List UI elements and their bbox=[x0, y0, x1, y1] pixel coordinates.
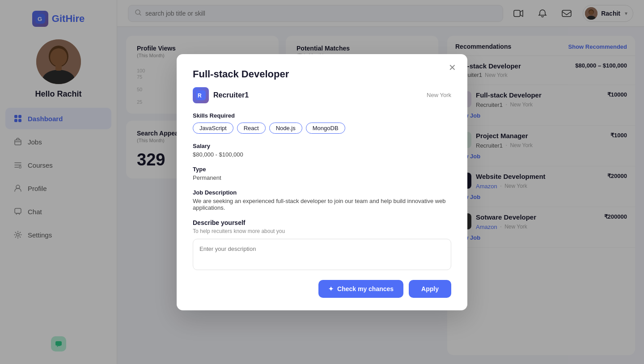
recruiter-logo: R bbox=[193, 87, 209, 103]
type-block: Type Permanent bbox=[193, 166, 451, 181]
recruiter-info: R Recruiter1 bbox=[193, 87, 249, 103]
skills-label: Skills Required bbox=[193, 112, 451, 119]
sparkle-icon: ✦ bbox=[328, 285, 334, 292]
skill-tag: Node.js bbox=[269, 123, 302, 134]
modal-close-button[interactable]: ✕ bbox=[446, 61, 458, 74]
job-desc-block: Job Description We are seeking an experi… bbox=[193, 189, 451, 211]
describe-sub: To help recuiters know more about you bbox=[193, 228, 451, 234]
describe-label: Describe yourself bbox=[193, 219, 451, 226]
apply-button[interactable]: Apply bbox=[409, 280, 451, 298]
recruiter-row: R Recruiter1 New York bbox=[193, 87, 451, 103]
salary-block: Salary $80,000 - $100,000 bbox=[193, 143, 451, 158]
modal-actions: ✦ Check my chances Apply bbox=[193, 280, 451, 298]
job-desc-label: Job Description bbox=[193, 189, 451, 196]
svg-text:R: R bbox=[198, 93, 202, 99]
type-value: Permanent bbox=[193, 174, 451, 181]
modal-job-title: Full-stack Developer bbox=[193, 68, 451, 80]
describe-block: Describe yourself To help recuiters know… bbox=[193, 219, 451, 272]
modal-overlay[interactable]: ✕ Full-stack Developer R bbox=[0, 0, 644, 364]
salary-label: Salary bbox=[193, 143, 451, 149]
skill-tag: React bbox=[237, 123, 266, 134]
skills-row: JavaScript React Node.js MongoDB bbox=[193, 123, 451, 134]
job-detail-modal: ✕ Full-stack Developer R bbox=[177, 54, 467, 310]
job-desc-value: We are seeking an experienced full-stack… bbox=[193, 198, 451, 211]
type-label: Type bbox=[193, 166, 451, 173]
skill-tag: JavaScript bbox=[193, 123, 233, 134]
salary-value: $80,000 - $100,000 bbox=[193, 151, 451, 158]
recruiter-name: Recruiter1 bbox=[213, 91, 249, 99]
recruiter-location: New York bbox=[427, 92, 451, 98]
describe-textarea[interactable] bbox=[193, 239, 451, 270]
skill-tag: MongoDB bbox=[306, 123, 345, 134]
check-chances-button[interactable]: ✦ Check my chances bbox=[318, 280, 403, 298]
